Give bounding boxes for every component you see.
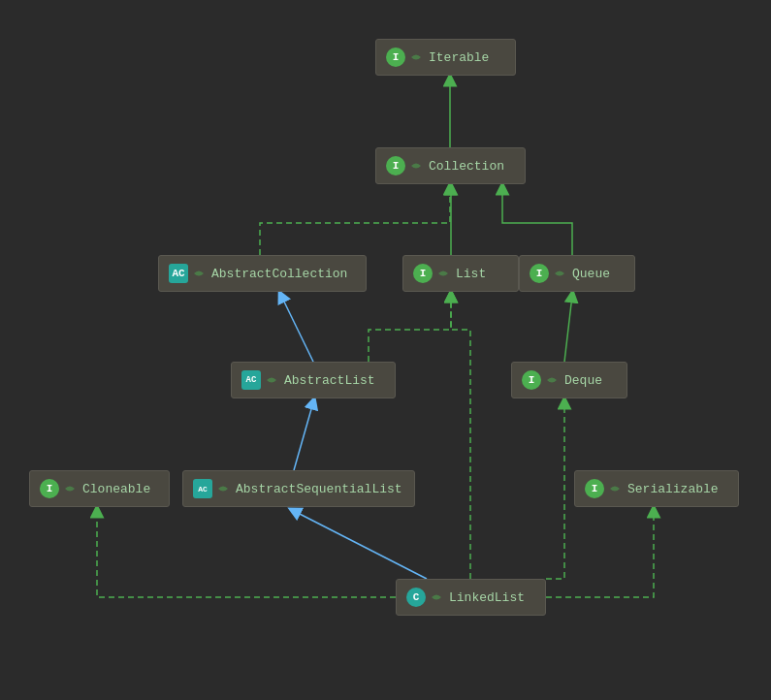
label-queue: Queue [572, 267, 610, 281]
node-abstractcollection[interactable]: AC AbstractCollection [158, 255, 367, 292]
icon-deque: I [522, 370, 541, 390]
node-cloneable[interactable]: I Cloneable [29, 470, 170, 507]
icon-list: I [413, 264, 433, 283]
arrows-svg [0, 0, 771, 700]
label-list: List [456, 267, 486, 281]
leaf-abstractcollection [192, 267, 206, 280]
node-abstractlist[interactable]: AC AbstractList [231, 362, 396, 398]
icon-cloneable: I [40, 479, 59, 498]
label-abstractlist: AbstractList [284, 373, 375, 388]
icon-abstractlist: AC [241, 370, 261, 390]
leaf-abstractsequentiallist [216, 482, 230, 495]
icon-iterable: I [386, 48, 405, 67]
node-queue[interactable]: I Queue [519, 255, 635, 292]
svg-line-6 [564, 296, 572, 362]
node-iterable[interactable]: I Iterable [375, 39, 516, 76]
node-abstractsequentiallist[interactable]: AC AbstractSequentialList [182, 470, 415, 507]
label-collection: Collection [429, 159, 504, 174]
leaf-linkedlist [430, 590, 443, 604]
leaf-cloneable [63, 482, 77, 495]
icon-queue: I [530, 264, 549, 283]
label-serializable: Serializable [627, 482, 719, 496]
node-deque[interactable]: I Deque [511, 362, 627, 398]
icon-linkedlist: C [406, 588, 426, 607]
label-linkedlist: LinkedList [449, 590, 525, 605]
leaf-collection [409, 159, 423, 173]
icon-abstractcollection: AC [169, 264, 188, 283]
label-abstractsequentiallist: AbstractSequentialList [236, 482, 402, 496]
label-cloneable: Cloneable [82, 482, 150, 496]
leaf-list [436, 267, 450, 280]
node-serializable[interactable]: I Serializable [574, 470, 739, 507]
leaf-iterable [409, 50, 423, 64]
label-deque: Deque [564, 373, 602, 388]
leaf-deque [545, 373, 559, 387]
svg-line-5 [281, 296, 313, 362]
leaf-abstractlist [265, 373, 278, 387]
icon-abstractsequentiallist: AC [193, 479, 212, 498]
label-abstractcollection: AbstractCollection [211, 267, 347, 281]
leaf-queue [553, 267, 566, 280]
diagram-container: I Iterable I Collection AC AbstractColle… [0, 0, 771, 700]
icon-collection: I [386, 156, 405, 175]
node-collection[interactable]: I Collection [375, 147, 526, 184]
node-linkedlist[interactable]: C LinkedList [396, 579, 546, 616]
leaf-serializable [608, 482, 622, 495]
node-list[interactable]: I List [402, 255, 519, 292]
icon-serializable: I [585, 479, 604, 498]
svg-line-7 [294, 402, 313, 470]
label-iterable: Iterable [429, 50, 489, 65]
